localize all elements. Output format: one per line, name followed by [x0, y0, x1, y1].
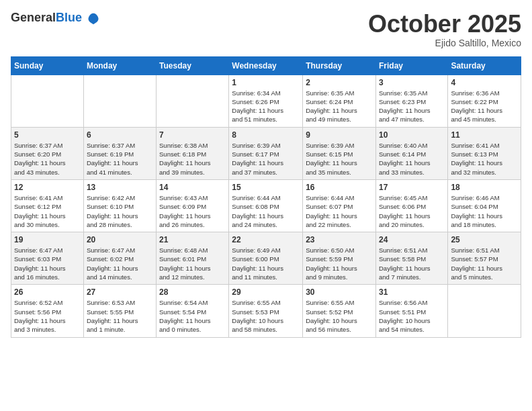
day-number: 28 [159, 287, 226, 297]
day-info: Sunrise: 6:43 AM Sunset: 6:09 PM Dayligh… [159, 193, 226, 229]
calendar-cell [83, 75, 156, 127]
day-info: Sunrise: 6:49 AM Sunset: 6:00 PM Dayligh… [232, 246, 300, 281]
weekday-header-thursday: Thursday [303, 56, 376, 75]
day-number: 18 [451, 183, 518, 192]
day-info: Sunrise: 6:53 AM Sunset: 5:55 PM Dayligh… [87, 298, 153, 334]
weekday-header-tuesday: Tuesday [157, 56, 229, 75]
day-number: 1 [232, 78, 300, 87]
calendar-cell: 5Sunrise: 6:37 AM Sunset: 6:20 PM Daylig… [11, 127, 84, 179]
day-number: 21 [159, 235, 226, 244]
weekday-header-row: SundayMondayTuesdayWednesdayThursdayFrid… [11, 56, 521, 75]
calendar-cell [11, 75, 84, 127]
day-info: Sunrise: 6:39 AM Sunset: 6:15 PM Dayligh… [306, 141, 373, 177]
day-info: Sunrise: 6:48 AM Sunset: 6:01 PM Dayligh… [159, 246, 226, 281]
logo-icon [87, 12, 100, 26]
weekday-header-wednesday: Wednesday [229, 56, 303, 75]
logo: GeneralBlue [11, 11, 100, 26]
day-info: Sunrise: 6:38 AM Sunset: 6:18 PM Dayligh… [159, 141, 226, 177]
calendar-cell: 9Sunrise: 6:39 AM Sunset: 6:15 PM Daylig… [303, 127, 376, 179]
day-info: Sunrise: 6:37 AM Sunset: 6:19 PM Dayligh… [87, 141, 153, 177]
day-info: Sunrise: 6:39 AM Sunset: 6:17 PM Dayligh… [232, 141, 300, 177]
calendar-cell: 23Sunrise: 6:50 AM Sunset: 5:59 PM Dayli… [303, 232, 376, 285]
calendar-cell [448, 285, 521, 337]
day-number: 13 [87, 183, 153, 192]
day-number: 3 [379, 78, 445, 87]
calendar-week-1: 1Sunrise: 6:34 AM Sunset: 6:26 PM Daylig… [11, 75, 521, 127]
calendar-cell: 19Sunrise: 6:47 AM Sunset: 6:03 PM Dayli… [11, 232, 84, 285]
calendar-cell: 7Sunrise: 6:38 AM Sunset: 6:18 PM Daylig… [157, 127, 229, 179]
calendar-cell: 20Sunrise: 6:47 AM Sunset: 6:02 PM Dayli… [83, 232, 156, 285]
calendar-cell: 8Sunrise: 6:39 AM Sunset: 6:17 PM Daylig… [229, 127, 303, 179]
calendar-cell: 10Sunrise: 6:40 AM Sunset: 6:14 PM Dayli… [375, 127, 447, 179]
day-number: 10 [379, 130, 445, 140]
calendar-cell: 30Sunrise: 6:55 AM Sunset: 5:52 PM Dayli… [303, 285, 376, 337]
calendar-cell: 24Sunrise: 6:51 AM Sunset: 5:58 PM Dayli… [375, 232, 447, 285]
day-number: 25 [451, 235, 518, 244]
calendar-body: 1Sunrise: 6:34 AM Sunset: 6:26 PM Daylig… [11, 75, 521, 337]
logo-text-general: General [11, 11, 56, 24]
calendar-week-4: 19Sunrise: 6:47 AM Sunset: 6:03 PM Dayli… [11, 232, 521, 285]
day-number: 31 [379, 287, 445, 297]
calendar-table: SundayMondayTuesdayWednesdayThursdayFrid… [11, 56, 521, 338]
calendar-cell: 15Sunrise: 6:44 AM Sunset: 6:08 PM Dayli… [229, 179, 303, 232]
day-info: Sunrise: 6:52 AM Sunset: 5:56 PM Dayligh… [14, 298, 81, 334]
day-info: Sunrise: 6:40 AM Sunset: 6:14 PM Dayligh… [379, 141, 445, 177]
weekday-header-sunday: Sunday [11, 56, 84, 75]
calendar-cell: 3Sunrise: 6:35 AM Sunset: 6:23 PM Daylig… [375, 75, 447, 127]
day-number: 6 [87, 130, 153, 140]
calendar-cell: 13Sunrise: 6:42 AM Sunset: 6:10 PM Dayli… [83, 179, 156, 232]
day-number: 17 [379, 183, 445, 192]
day-number: 26 [14, 287, 81, 297]
calendar-cell: 21Sunrise: 6:48 AM Sunset: 6:01 PM Dayli… [157, 232, 229, 285]
day-info: Sunrise: 6:34 AM Sunset: 6:26 PM Dayligh… [232, 89, 300, 124]
day-number: 7 [159, 130, 226, 140]
calendar-cell: 28Sunrise: 6:54 AM Sunset: 5:54 PM Dayli… [157, 285, 229, 337]
day-info: Sunrise: 6:47 AM Sunset: 6:02 PM Dayligh… [87, 246, 153, 281]
calendar-cell: 14Sunrise: 6:43 AM Sunset: 6:09 PM Dayli… [157, 179, 229, 232]
calendar-cell: 25Sunrise: 6:51 AM Sunset: 5:57 PM Dayli… [448, 232, 521, 285]
day-number: 30 [306, 287, 373, 297]
day-info: Sunrise: 6:56 AM Sunset: 5:51 PM Dayligh… [379, 298, 445, 334]
day-number: 2 [306, 78, 373, 87]
day-number: 5 [14, 130, 81, 140]
calendar-cell: 27Sunrise: 6:53 AM Sunset: 5:55 PM Dayli… [83, 285, 156, 337]
day-number: 12 [14, 183, 81, 192]
day-number: 19 [14, 235, 81, 244]
day-info: Sunrise: 6:35 AM Sunset: 6:24 PM Dayligh… [306, 89, 373, 124]
calendar-cell: 12Sunrise: 6:41 AM Sunset: 6:12 PM Dayli… [11, 179, 84, 232]
day-number: 4 [451, 78, 518, 87]
day-number: 29 [232, 287, 300, 297]
day-info: Sunrise: 6:44 AM Sunset: 6:08 PM Dayligh… [232, 193, 300, 229]
day-info: Sunrise: 6:42 AM Sunset: 6:10 PM Dayligh… [87, 193, 153, 229]
day-number: 11 [451, 130, 518, 140]
day-info: Sunrise: 6:35 AM Sunset: 6:23 PM Dayligh… [379, 89, 445, 124]
day-number: 15 [232, 183, 300, 192]
calendar-week-5: 26Sunrise: 6:52 AM Sunset: 5:56 PM Dayli… [11, 285, 521, 337]
calendar-cell: 1Sunrise: 6:34 AM Sunset: 6:26 PM Daylig… [229, 75, 303, 127]
logo-text-blue: Blue [56, 11, 82, 24]
day-info: Sunrise: 6:37 AM Sunset: 6:20 PM Dayligh… [14, 141, 81, 177]
day-info: Sunrise: 6:45 AM Sunset: 6:06 PM Dayligh… [379, 193, 445, 229]
weekday-header-friday: Friday [375, 56, 447, 75]
day-info: Sunrise: 6:41 AM Sunset: 6:12 PM Dayligh… [14, 193, 81, 229]
day-info: Sunrise: 6:44 AM Sunset: 6:07 PM Dayligh… [306, 193, 373, 229]
day-number: 27 [87, 287, 153, 297]
day-number: 22 [232, 235, 300, 244]
day-info: Sunrise: 6:54 AM Sunset: 5:54 PM Dayligh… [159, 298, 226, 334]
calendar-cell: 18Sunrise: 6:46 AM Sunset: 6:04 PM Dayli… [448, 179, 521, 232]
calendar-cell: 11Sunrise: 6:41 AM Sunset: 6:13 PM Dayli… [448, 127, 521, 179]
day-info: Sunrise: 6:46 AM Sunset: 6:04 PM Dayligh… [451, 193, 518, 229]
weekday-header-saturday: Saturday [448, 56, 521, 75]
calendar-week-2: 5Sunrise: 6:37 AM Sunset: 6:20 PM Daylig… [11, 127, 521, 179]
calendar-cell: 26Sunrise: 6:52 AM Sunset: 5:56 PM Dayli… [11, 285, 84, 337]
calendar-cell: 29Sunrise: 6:55 AM Sunset: 5:53 PM Dayli… [229, 285, 303, 337]
location-title: Ejido Saltillo, Mexico [368, 38, 521, 48]
day-info: Sunrise: 6:51 AM Sunset: 5:57 PM Dayligh… [451, 246, 518, 281]
day-number: 9 [306, 130, 373, 140]
day-info: Sunrise: 6:41 AM Sunset: 6:13 PM Dayligh… [451, 141, 518, 177]
calendar-week-3: 12Sunrise: 6:41 AM Sunset: 6:12 PM Dayli… [11, 179, 521, 232]
month-title: October 2025 [368, 11, 521, 38]
day-info: Sunrise: 6:55 AM Sunset: 5:52 PM Dayligh… [306, 298, 373, 334]
day-info: Sunrise: 6:51 AM Sunset: 5:58 PM Dayligh… [379, 246, 445, 281]
day-info: Sunrise: 6:55 AM Sunset: 5:53 PM Dayligh… [232, 298, 300, 334]
